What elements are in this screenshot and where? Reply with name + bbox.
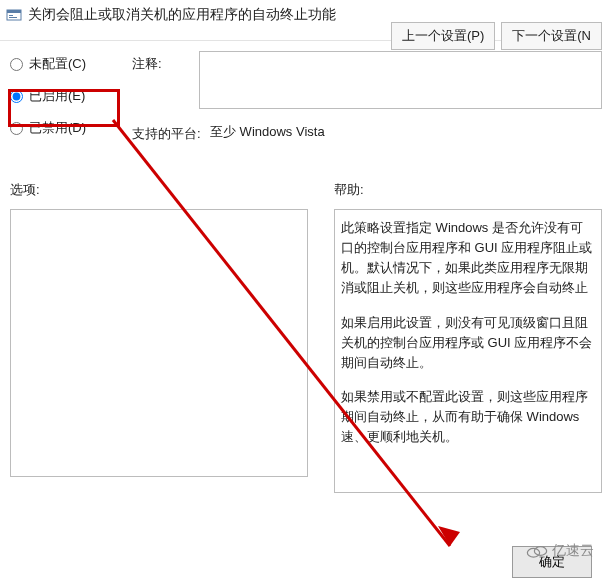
svg-point-6 bbox=[527, 548, 539, 557]
radio-enabled[interactable] bbox=[10, 90, 23, 103]
help-paragraph: 如果禁用或不配置此设置，则这些应用程序期间自动终止，从而有助于确保 Window… bbox=[341, 387, 595, 447]
help-panel: 此策略设置指定 Windows 是否允许没有可口的控制台应用程序和 GUI 应用… bbox=[334, 209, 602, 493]
svg-point-7 bbox=[534, 547, 546, 556]
policy-title: 关闭会阻止或取消关机的应用程序的自动终止功能 bbox=[28, 6, 336, 24]
svg-rect-1 bbox=[7, 10, 21, 13]
previous-setting-button[interactable]: 上一个设置(P) bbox=[391, 22, 495, 50]
svg-rect-2 bbox=[9, 15, 13, 16]
options-label: 选项: bbox=[10, 181, 322, 199]
watermark: 亿速云 bbox=[526, 542, 594, 560]
comment-label: 注释: bbox=[132, 51, 199, 73]
help-paragraph: 如果启用此设置，则没有可见顶级窗口且阻关机的控制台应用程序或 GUI 应用程序不… bbox=[341, 313, 595, 373]
help-paragraph: 此策略设置指定 Windows 是否允许没有可口的控制台应用程序和 GUI 应用… bbox=[341, 218, 595, 299]
radio-disabled-label: 已禁用(D) bbox=[29, 119, 86, 137]
next-setting-button[interactable]: 下一个设置(N bbox=[501, 22, 602, 50]
radio-not-configured-label: 未配置(C) bbox=[29, 55, 86, 73]
options-panel bbox=[10, 209, 308, 477]
help-label: 帮助: bbox=[334, 181, 602, 199]
radio-not-configured[interactable] bbox=[10, 58, 23, 71]
policy-icon bbox=[6, 7, 22, 23]
svg-rect-3 bbox=[9, 17, 17, 18]
supported-value: 至少 Windows Vista bbox=[210, 121, 325, 141]
radio-disabled[interactable] bbox=[10, 122, 23, 135]
watermark-text: 亿速云 bbox=[552, 542, 594, 560]
supported-label: 支持的平台: bbox=[132, 121, 210, 143]
radio-enabled-label: 已启用(E) bbox=[29, 87, 85, 105]
svg-marker-5 bbox=[438, 526, 460, 546]
comment-field[interactable] bbox=[199, 51, 602, 109]
